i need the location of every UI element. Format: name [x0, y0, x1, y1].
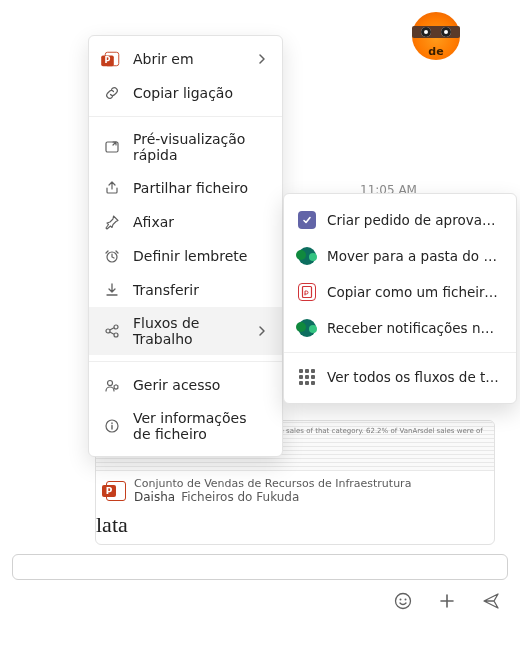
powerpoint-icon	[103, 50, 121, 68]
powerpoint-icon	[106, 481, 126, 501]
svg-point-2	[106, 329, 110, 333]
svg-point-4	[114, 333, 118, 337]
submenu-item-label: Receber notificações no Teams…	[327, 320, 502, 336]
menu-item-label: Afixar	[133, 214, 268, 230]
menu-manage-access[interactable]: Gerir acesso	[89, 368, 282, 402]
menu-separator	[284, 352, 516, 353]
workflows-submenu: Criar pedido de aprovação Mover para a p…	[283, 193, 517, 404]
clock-icon	[103, 247, 121, 265]
avatar-badge: de	[425, 45, 446, 58]
menu-item-label: Pré-visualização rápida	[133, 131, 268, 163]
menu-item-label: Partilhar ficheiro	[133, 180, 268, 196]
menu-download[interactable]: Transferir	[89, 273, 282, 307]
svg-rect-8	[303, 287, 312, 298]
link-icon	[103, 84, 121, 102]
submenu-copy-pdf[interactable]: Copiar como um ficheiro PDF	[284, 274, 516, 310]
chevron-right-icon	[256, 53, 268, 65]
svg-point-10	[400, 599, 402, 601]
send-button[interactable]	[480, 590, 502, 612]
menu-item-label: Transferir	[133, 282, 268, 298]
sharepoint-icon	[298, 319, 316, 337]
workflows-share-icon	[103, 322, 121, 340]
menu-item-label: Copiar ligação	[133, 85, 268, 101]
svg-point-5	[108, 381, 113, 386]
menu-set-reminder[interactable]: Definir lembrete	[89, 239, 282, 273]
message-composer	[12, 554, 508, 612]
menu-item-label: Fluxos de Trabalho	[133, 315, 244, 347]
menu-workflows[interactable]: Fluxos de Trabalho	[89, 307, 282, 355]
pin-icon	[103, 213, 121, 231]
menu-file-info[interactable]: Ver informações de ficheiro	[89, 402, 282, 450]
submenu-item-label: Mover para a pasta do SharePoint	[327, 248, 502, 264]
menu-copy-link[interactable]: Copiar ligação	[89, 76, 282, 110]
submenu-item-label: Copiar como um ficheiro PDF	[327, 284, 502, 300]
menu-item-label: Gerir acesso	[133, 377, 268, 393]
menu-pin[interactable]: Afixar	[89, 205, 282, 239]
file-context-menu: Abrir em Copiar ligação Pré-visualização…	[88, 35, 283, 457]
message-input[interactable]	[12, 554, 508, 580]
submenu-create-approval[interactable]: Criar pedido de aprovação	[284, 202, 516, 238]
menu-separator	[89, 361, 282, 362]
svg-point-9	[396, 594, 411, 609]
svg-point-6	[114, 385, 118, 389]
apps-grid-icon	[298, 368, 316, 386]
svg-point-3	[114, 325, 118, 329]
svg-point-11	[405, 599, 407, 601]
share-icon	[103, 179, 121, 197]
menu-share-file[interactable]: Partilhar ficheiro	[89, 171, 282, 205]
preview-icon	[103, 138, 121, 156]
chevron-right-icon	[256, 325, 268, 337]
approvals-app-icon	[298, 211, 316, 229]
sharepoint-icon	[298, 247, 316, 265]
submenu-item-label: Criar pedido de aprovação	[327, 212, 502, 228]
submenu-see-all-workflows[interactable]: Ver todos os fluxos de trabalho	[284, 359, 516, 395]
emoji-button[interactable]	[392, 590, 414, 612]
menu-item-label: Ver informações de ficheiro	[133, 410, 268, 442]
file-owner: Daisha	[134, 490, 175, 504]
pdf-icon	[298, 283, 316, 301]
submenu-notifications[interactable]: Receber notificações no Teams…	[284, 310, 516, 346]
decorative-word: lata	[96, 512, 494, 544]
info-icon	[103, 417, 121, 435]
submenu-item-label: Ver todos os fluxos de trabalho	[327, 369, 502, 385]
menu-item-label: Abrir em	[133, 51, 244, 67]
file-title: Conjunto de Vendas de Recursos de Infrae…	[134, 477, 411, 490]
menu-quick-preview[interactable]: Pré-visualização rápida	[89, 123, 282, 171]
menu-item-label: Definir lembrete	[133, 248, 268, 264]
file-source: Ficheiros do Fukuda	[181, 490, 299, 504]
manage-access-icon	[103, 376, 121, 394]
menu-open-in[interactable]: Abrir em	[89, 42, 282, 76]
download-icon	[103, 281, 121, 299]
menu-separator	[89, 116, 282, 117]
add-button[interactable]	[436, 590, 458, 612]
avatar[interactable]: de	[412, 12, 460, 60]
submenu-move-sharepoint[interactable]: Mover para a pasta do SharePoint	[284, 238, 516, 274]
